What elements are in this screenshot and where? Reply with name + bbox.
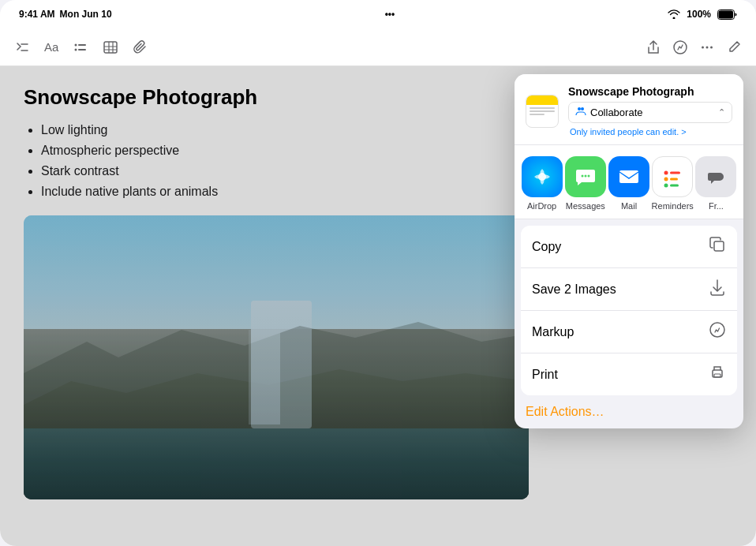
svg-rect-31 bbox=[714, 241, 724, 251]
markup-action[interactable]: Markup bbox=[521, 311, 737, 353]
share-panel: Snowscape Photograph Collaborate ⌃ On bbox=[515, 74, 743, 428]
status-bar: 9:41 AM Mon Jun 10 ••• 100% bbox=[0, 0, 756, 28]
more-toolbar-icon[interactable] bbox=[699, 39, 715, 55]
status-bar-right: 100% bbox=[668, 9, 737, 20]
print-icon bbox=[709, 364, 726, 385]
share-header-info: Snowscape Photograph Collaborate ⌃ On bbox=[568, 85, 732, 136]
reminders-app[interactable]: Reminders bbox=[652, 156, 694, 211]
svg-rect-5 bbox=[78, 49, 86, 50]
status-date: Mon Jun 10 bbox=[60, 9, 112, 20]
airdrop-label: AirDrop bbox=[527, 201, 556, 211]
wifi-icon bbox=[668, 9, 680, 19]
svg-rect-28 bbox=[670, 178, 678, 181]
copy-action[interactable]: Copy bbox=[521, 226, 737, 268]
toolbar: Aa bbox=[0, 28, 756, 66]
collaborate-icon bbox=[575, 106, 586, 119]
note-icon-line bbox=[530, 114, 545, 115]
svg-point-14 bbox=[710, 46, 713, 48]
svg-point-29 bbox=[664, 184, 668, 188]
edit-icon[interactable] bbox=[726, 39, 742, 55]
collaborate-row[interactable]: Collaborate ⌃ bbox=[568, 102, 732, 123]
share-header: Snowscape Photograph Collaborate ⌃ On bbox=[515, 74, 743, 145]
svg-point-23 bbox=[587, 175, 589, 178]
copy-icon bbox=[709, 236, 726, 257]
svg-rect-26 bbox=[670, 172, 680, 174]
more-app-label: Fr... bbox=[709, 201, 724, 211]
status-dots: ••• bbox=[385, 9, 395, 20]
svg-rect-6 bbox=[104, 42, 117, 53]
toolbar-right bbox=[646, 39, 742, 55]
reminders-label: Reminders bbox=[652, 201, 694, 211]
svg-point-2 bbox=[75, 43, 77, 46]
mail-icon bbox=[608, 156, 649, 197]
print-action[interactable]: Print bbox=[521, 353, 737, 395]
save-images-label: Save 2 Images bbox=[532, 282, 699, 297]
invited-only-text: Only invited people can edit. > bbox=[568, 127, 732, 136]
note-icon-line bbox=[530, 107, 555, 109]
svg-point-13 bbox=[706, 46, 709, 48]
save-images-icon bbox=[709, 279, 726, 300]
main-content: Snowscape Photograph Low lighting Atmosp… bbox=[0, 66, 756, 546]
markup-icon bbox=[709, 321, 726, 342]
svg-point-21 bbox=[581, 175, 583, 178]
more-app[interactable]: Fr... bbox=[695, 156, 737, 211]
toolbar-left: Aa bbox=[14, 39, 631, 55]
more-app-icon bbox=[695, 156, 736, 197]
battery-label: 100% bbox=[687, 9, 711, 20]
reminders-icon bbox=[652, 156, 693, 197]
status-bar-left: 9:41 AM Mon Jun 10 bbox=[19, 9, 112, 20]
status-bar-center: ••• bbox=[385, 9, 395, 20]
table-icon[interactable] bbox=[103, 39, 118, 55]
share-note-icon bbox=[526, 95, 559, 128]
svg-rect-1 bbox=[719, 10, 734, 18]
text-format-icon[interactable]: Aa bbox=[44, 40, 58, 54]
markup-toolbar-icon[interactable] bbox=[672, 39, 688, 55]
share-actions: Copy Save 2 Images bbox=[521, 226, 737, 395]
save-images-action[interactable]: Save 2 Images bbox=[521, 268, 737, 311]
airdrop-icon bbox=[522, 156, 563, 197]
svg-point-25 bbox=[664, 171, 668, 175]
svg-point-12 bbox=[702, 46, 704, 48]
svg-point-32 bbox=[710, 323, 724, 337]
edit-actions-label: Edit Actions… bbox=[526, 405, 604, 418]
print-label: Print bbox=[532, 368, 699, 382]
messages-app[interactable]: Messages bbox=[564, 156, 606, 211]
svg-point-22 bbox=[584, 175, 586, 178]
copy-label: Copy bbox=[532, 240, 699, 254]
markup-label: Markup bbox=[532, 325, 699, 339]
list-icon[interactable] bbox=[73, 39, 88, 55]
collapse-icon[interactable] bbox=[14, 39, 30, 55]
svg-point-27 bbox=[664, 178, 668, 181]
svg-rect-24 bbox=[619, 170, 638, 183]
note-icon-lines bbox=[526, 105, 558, 127]
status-time: 9:41 AM bbox=[19, 9, 55, 20]
collaborate-chevron-icon: ⌃ bbox=[718, 107, 725, 118]
battery-icon bbox=[717, 9, 737, 20]
note-icon-top-bar bbox=[526, 95, 558, 105]
note-icon-line bbox=[530, 110, 555, 112]
svg-point-19 bbox=[581, 107, 584, 110]
edit-actions-row[interactable]: Edit Actions… bbox=[515, 395, 743, 428]
share-icon[interactable] bbox=[646, 39, 661, 55]
ipad-frame: 9:41 AM Mon Jun 10 ••• 100% bbox=[0, 0, 756, 546]
svg-point-4 bbox=[75, 48, 77, 50]
svg-point-18 bbox=[578, 107, 581, 110]
svg-rect-3 bbox=[78, 44, 86, 46]
mail-app[interactable]: Mail bbox=[608, 156, 649, 211]
messages-label: Messages bbox=[566, 201, 605, 211]
messages-icon bbox=[565, 156, 606, 197]
airdrop-app[interactable]: AirDrop bbox=[521, 156, 563, 211]
attach-icon[interactable] bbox=[133, 39, 148, 55]
share-note-title: Snowscape Photograph bbox=[568, 85, 732, 98]
mail-label: Mail bbox=[621, 201, 637, 211]
collaborate-label: Collaborate bbox=[590, 107, 714, 118]
share-apps-row: AirDrop Messages bbox=[515, 145, 743, 219]
svg-rect-30 bbox=[670, 185, 679, 187]
